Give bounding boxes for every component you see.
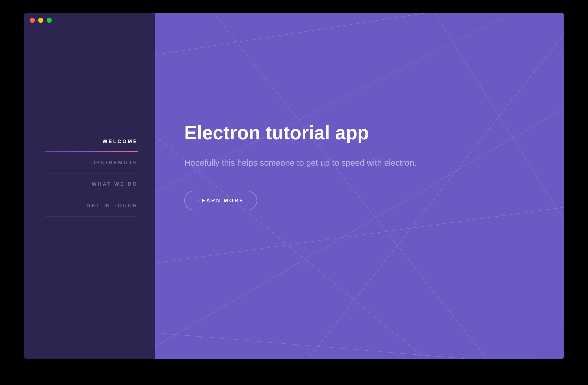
sidebar-item-welcome[interactable]: WELCOME bbox=[45, 131, 138, 152]
sidebar-item-label: WHAT WE DO bbox=[92, 181, 138, 187]
sidebar-item-label: GET IN TOUCH bbox=[86, 203, 138, 208]
minimize-icon[interactable] bbox=[38, 18, 43, 23]
svg-line-5 bbox=[155, 203, 564, 266]
sidebar-item-get-in-touch[interactable]: GET IN TOUCH bbox=[45, 195, 138, 216]
sidebar-item-label: WELCOME bbox=[103, 138, 138, 144]
sidebar-item-what-we-do[interactable]: WHAT WE DO bbox=[45, 173, 138, 195]
page-subtitle: Hopefully this helps someone to get up t… bbox=[184, 158, 530, 168]
sidebar-item-label: IPC/REMOTE bbox=[94, 160, 138, 165]
sidebar-nav: WELCOME IPC/REMOTE WHAT WE DO GET IN TOU… bbox=[24, 131, 155, 216]
svg-line-6 bbox=[155, 329, 564, 359]
page-title: Electron tutorial app bbox=[184, 122, 530, 143]
learn-more-button[interactable]: LEARN MORE bbox=[184, 191, 257, 210]
close-icon[interactable] bbox=[30, 18, 35, 23]
window-controls bbox=[30, 18, 52, 23]
app-window: WELCOME IPC/REMOTE WHAT WE DO GET IN TOU… bbox=[24, 13, 564, 359]
maximize-icon[interactable] bbox=[47, 18, 52, 23]
content-area: Electron tutorial app Hopefully this hel… bbox=[155, 13, 564, 359]
sidebar-item-ipc-remote[interactable]: IPC/REMOTE bbox=[45, 152, 138, 173]
hero-section: Electron tutorial app Hopefully this hel… bbox=[155, 13, 564, 210]
sidebar: WELCOME IPC/REMOTE WHAT WE DO GET IN TOU… bbox=[24, 13, 155, 359]
